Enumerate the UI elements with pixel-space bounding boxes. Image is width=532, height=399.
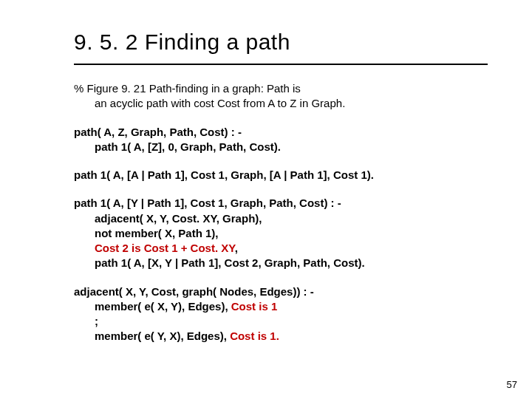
title-rule [74,64,488,65]
path-body: path 1( A, [Z], 0, Graph, Path, Cost). [74,140,488,154]
path1-rec-head: path 1( A, [Y | Path 1], Cost 1, Graph, … [74,196,488,211]
comment-line-1: % Figure 9. 21 Path-finding in a graph: … [74,81,488,96]
page-number: 57 [507,379,517,390]
adjacent-l1-text: member( e( X, Y), Edges), [95,300,231,313]
adjacent-l3-cost: Cost is 1. [230,330,279,342]
path1-rec-l1: adjacent( X, Y, Cost. XY, Graph), [74,211,488,226]
path-head: path( A, Z, Graph, Path, Cost) : - [74,125,488,140]
adjacent-l1: member( e( X, Y), Edges), Cost is 1 [74,299,488,314]
adjacent-clause: adjacent( X, Y, Cost, graph( Nodes, Edge… [74,284,488,344]
slide: 9. 5. 2 Finding a path % Figure 9. 21 Pa… [0,0,532,399]
comment-line-2: an acyclic path with cost Cost from A to… [74,96,488,111]
comment-block: % Figure 9. 21 Path-finding in a graph: … [74,81,488,112]
path-clause: path( A, Z, Graph, Path, Cost) : - path … [74,125,488,155]
path1-rec-clause: path 1( A, [Y | Path 1], Cost 1, Graph, … [74,196,488,270]
adjacent-l3: member( e( Y, X), Edges), Cost is 1. [74,329,488,344]
adjacent-l2: ; [74,314,488,329]
adjacent-head: adjacent( X, Y, Cost, graph( Nodes, Edge… [74,284,488,299]
path1-rec-l2: not member( X, Path 1), [74,226,488,241]
path1-base-clause: path 1( A, [A | Path 1], Cost 1, Graph, … [74,168,488,183]
path1-base: path 1( A, [A | Path 1], Cost 1, Graph, … [74,168,488,183]
slide-title: 9. 5. 2 Finding a path [74,30,488,59]
adjacent-l3-text: member( e( Y, X), Edges), [95,330,230,342]
cost-expr-tail: , [235,242,238,254]
adjacent-l1-cost: Cost is 1 [231,300,278,313]
cost-expr: Cost 2 is Cost 1 + Cost. XY [95,242,235,254]
path1-rec-l4: path 1( A, [X, Y | Path 1], Cost 2, Grap… [74,256,488,270]
path1-rec-l3: Cost 2 is Cost 1 + Cost. XY, [74,241,488,256]
